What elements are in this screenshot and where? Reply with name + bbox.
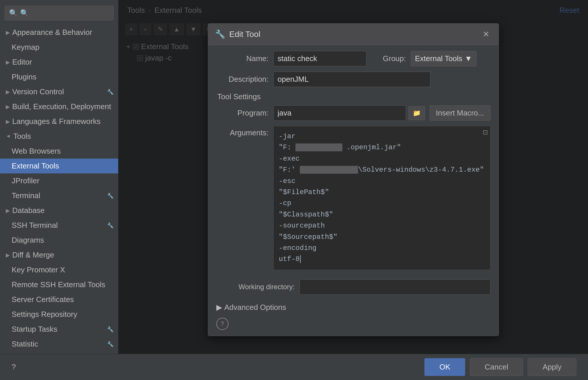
sidebar-item-label: Appearance & Behavior xyxy=(12,28,92,37)
tool-icon: 🔧 xyxy=(215,29,225,39)
insert-macro-button[interactable]: Insert Macro... xyxy=(430,105,490,121)
args-line: "F:' XXXXXXX\Solvers-windows\z3-4.7.1.ex… xyxy=(279,164,485,175)
search-bar[interactable]: 🔍 xyxy=(5,6,114,20)
sidebar-item-label: Server Certificates xyxy=(12,295,74,304)
name-row: Name: Group: External Tools ▼ xyxy=(216,51,490,66)
help-button[interactable]: ? xyxy=(216,318,229,330)
args-line: "$Classpath$" xyxy=(279,209,485,220)
sidebar-item-languages[interactable]: ▶ Languages & Frameworks xyxy=(0,114,118,129)
group-label: Group: xyxy=(371,54,406,63)
arguments-textarea[interactable]: ⊡ -jar "F: XXXXXXX .openjml.jar" -exec "… xyxy=(273,126,490,270)
program-input[interactable] xyxy=(273,105,406,121)
edit-tool-modal: 🔧 Edit Tool ✕ Name: Group: External Tool… xyxy=(208,23,499,336)
chevron-icon: ▶ xyxy=(6,29,10,36)
args-line: -exec xyxy=(279,153,485,164)
modal-close-button[interactable]: ✕ xyxy=(480,28,492,40)
sidebar-item-settings-repo[interactable]: Settings Repository xyxy=(0,307,118,322)
chevron-icon: ▼ xyxy=(5,134,11,139)
sidebar-item-startup-tasks[interactable]: Startup Tasks 🔧 xyxy=(0,322,118,337)
sidebar-item-label: SSH Terminal xyxy=(12,221,58,230)
help-section: ? xyxy=(216,315,490,330)
sidebar-item-appearance[interactable]: ▶ Appearance & Behavior xyxy=(0,25,118,40)
search-input[interactable] xyxy=(20,9,109,17)
sidebar-item-label: External Tools xyxy=(12,161,59,171)
sidebar-item-version-control[interactable]: ▶ Version Control 🔧 xyxy=(0,84,118,99)
chevron-icon: ▶ xyxy=(6,118,10,125)
sidebar-item-label: Database xyxy=(12,206,45,215)
sidebar-item-plugins[interactable]: Plugins xyxy=(0,70,118,84)
working-dir-row: Working directory: xyxy=(216,279,490,295)
sidebar-item-tools[interactable]: ▼ Tools xyxy=(0,129,118,144)
group-select[interactable]: External Tools ▼ xyxy=(411,51,477,66)
args-line: -jar xyxy=(279,131,485,142)
sidebar-item-label: Remote SSH External Tools xyxy=(12,280,105,289)
args-line: "F: XXXXXXX .openjml.jar" xyxy=(279,142,485,153)
bottom-bar: ? OK Cancel Apply xyxy=(0,354,588,380)
chevron-icon: ▶ xyxy=(6,89,10,95)
sidebar-item-key-promoter[interactable]: Key Promoter X xyxy=(0,262,118,277)
chevron-icon: ▶ xyxy=(6,104,10,110)
sidebar-item-database[interactable]: ▶ Database xyxy=(0,203,118,218)
sidebar-item-label: Languages & Frameworks xyxy=(12,117,100,126)
content-area: 🔍 ▶ Appearance & Behavior Keymap ▶ Edito… xyxy=(0,0,588,354)
sidebar-item-server-certs[interactable]: Server Certificates xyxy=(0,292,118,307)
apply-button[interactable]: Apply xyxy=(528,358,576,376)
ok-button[interactable]: OK xyxy=(424,358,465,376)
sidebar-item-label: Web Browsers xyxy=(12,147,61,156)
sidebar-item-remote-ssh[interactable]: Remote SSH External Tools xyxy=(0,277,118,292)
sidebar-item-label: Diff & Merge xyxy=(12,251,54,260)
sidebar: 🔍 ▶ Appearance & Behavior Keymap ▶ Edito… xyxy=(0,0,118,354)
program-row: Program: 📁 Insert Macro... xyxy=(216,105,490,121)
sidebar-item-label: Version Control xyxy=(12,87,64,96)
desc-row: Description: xyxy=(216,72,490,87)
sidebar-item-build[interactable]: ▶ Build, Execution, Deployment xyxy=(0,99,118,114)
chevron-icon: ▶ xyxy=(6,252,10,258)
cancel-button[interactable]: Cancel xyxy=(470,358,523,376)
dropdown-icon: ▼ xyxy=(465,54,472,63)
desc-input[interactable] xyxy=(273,72,431,87)
working-dir-label: Working directory: xyxy=(216,283,295,291)
advanced-chevron-icon: ▶ xyxy=(216,303,222,312)
badge-icon: 🔧 xyxy=(107,326,114,333)
search-icon: 🔍 xyxy=(9,9,18,17)
args-label: Arguments: xyxy=(216,126,269,275)
sidebar-item-jprofiler[interactable]: JProfiler xyxy=(0,173,118,188)
modal-title: Edit Tool xyxy=(229,30,261,39)
folder-button[interactable]: 📁 xyxy=(408,106,425,120)
badge-icon: 🔧 xyxy=(107,341,114,347)
desc-label: Description: xyxy=(216,75,269,84)
settings-window: 🔍 ▶ Appearance & Behavior Keymap ▶ Edito… xyxy=(0,0,588,380)
arguments-section: Arguments: ⊡ -jar "F: XXXXXXX .openjml.j… xyxy=(216,126,490,275)
sidebar-item-keymap[interactable]: Keymap xyxy=(0,40,118,55)
name-input[interactable] xyxy=(273,51,366,66)
sidebar-item-tasks[interactable]: ▶ Tasks 🔧 xyxy=(0,351,118,354)
chevron-icon: ▶ xyxy=(6,207,10,214)
collapse-button[interactable]: ⊡ xyxy=(483,129,488,136)
sidebar-item-label: Editor xyxy=(12,58,32,67)
help-icon-bottom[interactable]: ? xyxy=(12,363,16,372)
sidebar-item-web-browsers[interactable]: Web Browsers xyxy=(0,144,118,159)
tool-settings-title: Tool Settings xyxy=(216,92,490,101)
sidebar-item-label: JProfiler xyxy=(12,176,39,185)
sidebar-item-ssh-terminal[interactable]: SSH Terminal 🔧 xyxy=(0,218,118,233)
sidebar-item-diff-merge[interactable]: ▶ Diff & Merge xyxy=(0,248,118,262)
modal-overlay: 🔧 Edit Tool ✕ Name: Group: External Tool… xyxy=(118,0,588,354)
advanced-options[interactable]: ▶ Advanced Options xyxy=(216,300,490,315)
sidebar-item-editor[interactable]: ▶ Editor xyxy=(0,55,118,70)
sidebar-item-label: Key Promoter X xyxy=(12,265,65,274)
name-label: Name: xyxy=(216,54,269,63)
modal-header: 🔧 Edit Tool ✕ xyxy=(208,24,499,45)
sidebar-item-external-tools[interactable]: External Tools xyxy=(0,159,118,173)
modal-body: Name: Group: External Tools ▼ Descriptio… xyxy=(208,45,499,336)
sidebar-item-diagrams[interactable]: Diagrams xyxy=(0,233,118,248)
args-line: "$Sourcepath$" xyxy=(279,232,485,243)
badge-icon: 🔧 xyxy=(107,222,114,229)
sidebar-item-statistic[interactable]: Statistic 🔧 xyxy=(0,337,118,351)
main-panel: Tools › External Tools Reset + − ✎ ▲ ▼ ⧉… xyxy=(118,0,588,354)
sidebar-item-label: Terminal xyxy=(12,191,40,200)
sidebar-item-terminal[interactable]: Terminal 🔧 xyxy=(0,188,118,203)
badge-icon: 🔧 xyxy=(107,193,114,199)
args-line: -cp xyxy=(279,198,485,209)
advanced-label: Advanced Options xyxy=(224,303,286,312)
working-dir-input[interactable] xyxy=(300,279,490,295)
